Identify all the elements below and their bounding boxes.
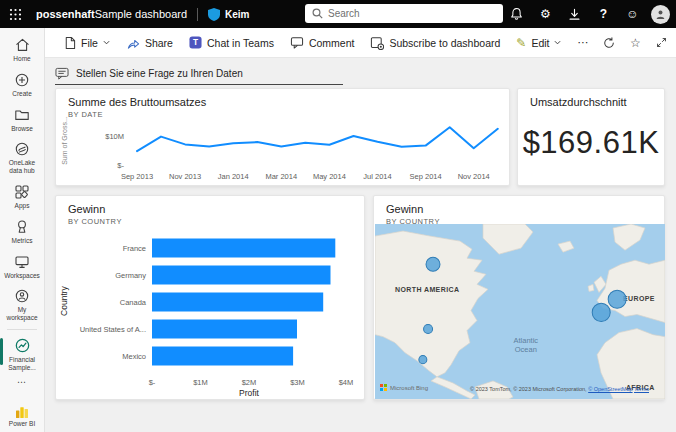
metrics-trophy-icon	[14, 219, 30, 235]
subscribe-button[interactable]: Subscribe to dashboard	[362, 33, 508, 53]
map-attribution: © 2023 TomTom, © 2023 Microsoft Corporat…	[470, 386, 649, 392]
svg-text:Jul 2014: Jul 2014	[363, 172, 391, 181]
refresh-icon[interactable]	[597, 37, 621, 49]
openstreetmap-link[interactable]: © OpenStreetMap	[588, 386, 632, 392]
qna-bubble-icon	[55, 67, 69, 80]
powerbi-app-window: possenhaftSample dashboard Keim Search	[0, 0, 676, 432]
line-chart-plot: $10M$-Sep 2013Nov 2013Jan 2014Mar 2014Ma…	[56, 89, 509, 185]
help-icon[interactable]: ?	[589, 8, 618, 20]
search-input[interactable]: Search	[305, 4, 503, 23]
share-button[interactable]: Share	[118, 33, 181, 53]
map-bubble-mexico[interactable]	[419, 356, 427, 364]
bar-united-states-of-a[interactable]	[152, 320, 297, 339]
map-canvas[interactable]: NORTH AMERICAEUROPEAFRICAAtlanticOcean M…	[375, 224, 665, 399]
onelake-icon	[14, 141, 30, 157]
subscribe-label: Subscribe to dashboard	[389, 37, 500, 49]
svg-text:Nov 2014: Nov 2014	[458, 172, 490, 181]
comment-label: Comment	[309, 37, 355, 49]
sidebar-item-home[interactable]: Home	[0, 33, 44, 68]
chevron-down-icon	[554, 40, 561, 45]
dashboard-title: possenhaftSample dashboard	[36, 8, 187, 20]
map-bubble-germany[interactable]	[608, 290, 626, 308]
terms-link[interactable]: Terms	[634, 386, 649, 392]
qna-input[interactable]: Stellen Sie eine Frage zu Ihren Daten	[55, 67, 343, 85]
owner-name: Keim	[225, 9, 249, 20]
tile-profit-map[interactable]: Gewinn BY COUNTRY	[373, 195, 665, 400]
feedback-smiley-icon[interactable]: ☺	[618, 8, 647, 20]
sidebar-item-browse[interactable]: Browse	[0, 103, 44, 138]
report-icon	[14, 337, 31, 354]
sidebar-label: Financial Sample...	[2, 356, 42, 372]
settings-gear-icon[interactable]: ⚙	[531, 8, 560, 20]
bar-germany[interactable]	[152, 266, 331, 285]
map-label-ocean: Ocean	[515, 345, 537, 354]
edit-button[interactable]: ✎ Edit	[508, 33, 569, 53]
power-bi-label: Power BI	[9, 420, 35, 427]
svg-text:$2M: $2M	[242, 378, 257, 387]
svg-text:Nov 2013: Nov 2013	[169, 172, 201, 181]
expand-fullscreen-icon[interactable]	[649, 37, 673, 48]
account-avatar[interactable]	[651, 5, 670, 24]
map-bubble-united-states-of-america[interactable]	[424, 324, 433, 333]
owner-shield-icon	[208, 8, 220, 21]
sidebar-more-icon[interactable]: ⋯	[17, 377, 27, 391]
brand-name: possenhaft	[36, 8, 95, 20]
sidebar-label: Create	[12, 90, 32, 98]
map-bubble-canada[interactable]	[426, 257, 440, 271]
svg-text:France: France	[123, 244, 146, 253]
search-placeholder: Search	[328, 8, 360, 19]
create-plus-icon	[14, 72, 30, 88]
folder-icon	[14, 107, 30, 123]
sidebar-item-create[interactable]: Create	[0, 68, 44, 103]
edit-pencil-icon: ✎	[516, 36, 526, 50]
sidebar-item-workspaces[interactable]: Workspaces	[0, 250, 44, 285]
favorite-star-icon[interactable]: ☆	[623, 36, 647, 50]
svg-text:T: T	[193, 37, 198, 47]
top-header: possenhaftSample dashboard Keim Search	[0, 0, 676, 28]
bar-france[interactable]	[152, 239, 335, 258]
home-icon	[14, 37, 31, 53]
tile-gross-sales-line-chart[interactable]: Summe des Bruttoumsatzes BY DATE Sum of …	[55, 88, 510, 186]
sidebar-label: Browse	[11, 125, 33, 133]
chat-label: Chat in Teams	[207, 37, 274, 49]
sidebar-item-my-workspace[interactable]: My workspace	[0, 284, 44, 327]
main-content: File Share T Chat in Teams	[45, 28, 676, 432]
kpi-value: $169.61K	[518, 125, 664, 161]
app-launcher-icon[interactable]	[9, 8, 22, 21]
sidebar-label: Home	[13, 55, 30, 63]
comment-button[interactable]: Comment	[282, 33, 363, 52]
sidebar-item-apps[interactable]: Apps	[0, 180, 44, 215]
map-label-europe: EUROPE	[623, 295, 655, 302]
file-menu-button[interactable]: File	[55, 33, 118, 53]
world-map: NORTH AMERICAEUROPEAFRICAAtlanticOcean	[375, 224, 665, 399]
sidebar-item-financial-sample[interactable]: Financial Sample...	[0, 333, 44, 377]
svg-text:$-: $-	[149, 378, 156, 387]
attribution-text: © 2023 TomTom, © 2023 Microsoft Corporat…	[470, 386, 588, 392]
notifications-icon[interactable]	[502, 7, 531, 21]
sidebar-item-metrics[interactable]: Metrics	[0, 215, 44, 250]
bar-mexico[interactable]	[152, 347, 293, 366]
sidebar-label: Apps	[15, 202, 30, 210]
sidebar-divider	[7, 329, 37, 330]
svg-text:$3M: $3M	[290, 378, 305, 387]
svg-text:$-: $-	[117, 161, 124, 170]
power-bi-logo	[15, 404, 29, 418]
dashboard-toolbar: File Share T Chat in Teams	[45, 28, 676, 58]
share-icon	[126, 36, 140, 50]
gross-sales-line-series[interactable]	[137, 127, 498, 151]
tile-revenue-average-card[interactable]: Umsatzdurchschnitt $169.61K	[517, 88, 665, 186]
owner-chip[interactable]: Keim	[208, 8, 249, 21]
svg-text:Canada: Canada	[120, 298, 147, 307]
download-icon[interactable]	[560, 8, 589, 21]
svg-text:Mar 2014: Mar 2014	[265, 172, 297, 181]
more-options-button[interactable]: ⋯	[569, 33, 597, 52]
header-divider	[197, 8, 198, 21]
workspaces-monitor-icon	[14, 254, 30, 270]
tile-profit-bar-chart[interactable]: Gewinn BY COUNTRY Country $-$1M$2M$3M$4M…	[55, 195, 365, 400]
bar-canada[interactable]	[152, 293, 323, 312]
sidebar-item-onelake-data-hub[interactable]: OneLake data hub	[0, 137, 44, 180]
map-bubble-france[interactable]	[592, 303, 610, 321]
qna-placeholder: Stellen Sie eine Frage zu Ihren Daten	[76, 68, 243, 79]
bar-chart-x-axis-label: Profit	[152, 388, 346, 398]
chat-in-teams-button[interactable]: T Chat in Teams	[181, 33, 282, 52]
